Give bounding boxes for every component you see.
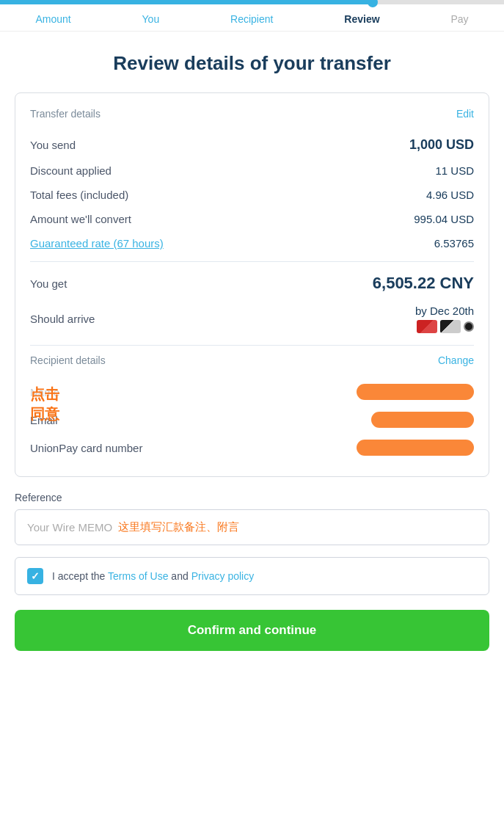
arrival-right: by Dec 20th [415,305,474,333]
you-get-row: You get 6,505.22 CNY [30,268,474,299]
terms-box[interactable]: I accept the Terms of Use and Privacy po… [15,557,489,595]
transfer-details-card: Transfer details Edit You send 1,000 USD… [15,92,489,477]
guaranteed-rate-value: 6.53765 [434,237,474,250]
reference-label: Reference [15,492,489,503]
reference-input-box[interactable]: Your Wire MEMO 这里填写汇款备注、附言 [15,509,489,545]
you-get-value: 6,505.22 CNY [373,274,474,293]
discount-row: Discount applied 11 USD [30,159,474,183]
recipient-name-label: Name 点击同意 [30,386,59,398]
discount-value: 11 USD [435,164,474,177]
edit-link[interactable]: Edit [456,108,474,120]
step-you[interactable]: You [136,13,166,25]
step-recipient[interactable]: Recipient [224,13,279,25]
convert-amount-row: Amount we'll convert 995.04 USD [30,207,474,231]
terms-text-middle: and [168,570,191,582]
you-send-row: You send 1,000 USD [30,131,474,159]
discount-label: Discount applied [30,164,112,177]
change-link[interactable]: Change [438,354,474,366]
recipient-details-header: Recipient details Change [30,354,474,366]
privacy-policy-link[interactable]: Privacy policy [191,570,255,582]
divider-2 [30,345,474,346]
recipient-email-blurred [371,412,474,428]
total-fees-label: Total fees (included) [30,189,128,201]
confirm-button[interactable]: Confirm and continue [15,610,489,651]
recipient-name-row: Name 点击同意 [30,378,474,406]
page-title: Review details of your transfer [15,52,489,75]
unionpay-blurred [357,440,474,456]
progress-bar-container [0,0,504,4]
step-amount[interactable]: Amount [29,13,76,25]
mastercard-logo [417,320,437,333]
recipient-details-label: Recipient details [30,354,106,366]
progress-bar-fill [0,0,373,4]
stripe-logo [440,320,461,333]
you-send-label: You send [30,139,76,151]
terms-checkbox[interactable] [27,568,43,584]
recipient-email-row: Email [30,406,474,434]
you-send-value: 1,000 USD [409,137,474,153]
guaranteed-rate-link[interactable]: Guaranteed rate (67 hours) [30,237,164,250]
payment-logos [417,320,474,333]
terms-text: I accept the Terms of Use and Privacy po… [52,570,254,582]
step-review[interactable]: Review [338,13,385,25]
guaranteed-rate-row: Guaranteed rate (67 hours) 6.53765 [30,231,474,255]
main-content: Review details of your transfer Transfer… [0,32,504,666]
step-pay[interactable]: Pay [445,13,474,25]
total-fees-value: 4.96 USD [426,189,474,201]
should-arrive-row: Should arrive by Dec 20th [30,299,474,339]
you-get-label: You get [30,277,67,290]
recipient-name-blurred [357,384,474,400]
step-navigation: Amount You Recipient Review Pay [0,4,504,32]
total-fees-row: Total fees (included) 4.96 USD [30,183,474,207]
unionpay-row: UnionPay card number [30,434,474,462]
terms-of-use-link[interactable]: Terms of Use [108,570,168,582]
convert-amount-value: 995.04 USD [414,213,474,225]
unionpay-label: UnionPay card number [30,442,142,454]
transfer-details-header: Transfer details Edit [30,108,474,120]
reference-section: Reference Your Wire MEMO 这里填写汇款备注、附言 [15,492,489,545]
reference-placeholder-zh: 这里填写汇款备注、附言 [118,520,239,534]
chinese-overlay-text[interactable]: 点击同意 [30,385,59,424]
divider-1 [30,261,474,262]
terms-text-before: I accept the [52,570,108,582]
arrival-date: by Dec 20th [415,305,474,317]
payment-dot [464,321,474,332]
should-arrive-label: Should arrive [30,313,95,325]
reference-placeholder-en: Your Wire MEMO [27,521,112,534]
transfer-details-label: Transfer details [30,108,101,120]
convert-amount-label: Amount we'll convert [30,213,131,225]
